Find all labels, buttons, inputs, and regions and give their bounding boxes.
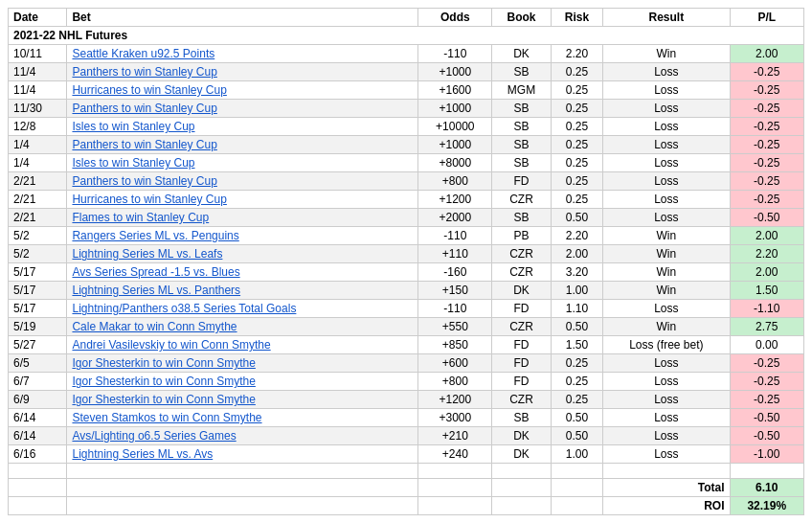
- cell-bet: Isles to win Stanley Cup: [67, 154, 418, 172]
- cell-odds: +800: [418, 172, 492, 191]
- cell-pl: 2.00: [730, 45, 803, 63]
- cell-date: 1/4: [9, 154, 67, 172]
- cell-result: Loss: [603, 118, 730, 136]
- cell-risk: 0.50: [551, 427, 602, 445]
- cell-risk: 1.00: [551, 282, 602, 300]
- cell-risk: 0.25: [551, 191, 602, 209]
- cell-odds: +1200: [418, 191, 492, 209]
- cell-book: FD: [492, 373, 551, 391]
- cell-odds: +1000: [418, 136, 492, 154]
- cell-date: 11/4: [9, 63, 67, 81]
- cell-risk: 2.20: [551, 227, 602, 245]
- cell-date: 1/4: [9, 136, 67, 154]
- cell-pl: -0.25: [730, 391, 803, 409]
- cell-odds: +110: [418, 245, 492, 263]
- cell-risk: 0.25: [551, 136, 602, 154]
- cell-pl: -1.00: [730, 445, 803, 464]
- cell-pl: -0.25: [730, 118, 803, 136]
- cell-risk: 3.20: [551, 263, 602, 282]
- cell-pl: -0.50: [730, 409, 803, 427]
- cell-odds: -110: [418, 300, 492, 318]
- cell-bet: Flames to win Stanley Cup: [67, 209, 418, 227]
- table-row: 11/4Panthers to win Stanley Cup+1000SB0.…: [9, 63, 804, 81]
- cell-result: Loss (free bet): [603, 336, 730, 354]
- cell-date: 2/21: [9, 191, 67, 209]
- table-row: 5/17Avs Series Spread -1.5 vs. Blues-160…: [9, 263, 804, 282]
- cell-bet: Lightning Series ML vs. Panthers: [67, 282, 418, 300]
- cell-bet: Lightning/Panthers o38.5 Series Total Go…: [67, 300, 418, 318]
- cell-odds: +150: [418, 282, 492, 300]
- cell-date: 6/16: [9, 445, 67, 464]
- total-value: 6.10: [730, 479, 803, 497]
- cell-book: SB: [492, 63, 551, 81]
- cell-date: 6/14: [9, 409, 67, 427]
- table-row: 11/4Hurricanes to win Stanley Cup+1600MG…: [9, 81, 804, 100]
- cell-bet: Panthers to win Stanley Cup: [67, 136, 418, 154]
- table-row: 6/7Igor Shesterkin to win Conn Smythe+80…: [9, 373, 804, 391]
- cell-result: Win: [603, 227, 730, 245]
- cell-bet: Hurricanes to win Stanley Cup: [67, 191, 418, 209]
- cell-book: PB: [492, 227, 551, 245]
- cell-bet: Rangers Series ML vs. Penguins: [67, 227, 418, 245]
- cell-pl: 0.00: [730, 336, 803, 354]
- table-row: 1/4Panthers to win Stanley Cup+1000SB0.2…: [9, 136, 804, 154]
- col-header-date: Date: [9, 9, 67, 27]
- cell-date: 6/5: [9, 354, 67, 373]
- cell-pl: 2.20: [730, 245, 803, 263]
- cell-result: Win: [603, 245, 730, 263]
- table-row: 2/21Panthers to win Stanley Cup+800FD0.2…: [9, 172, 804, 191]
- cell-pl: -0.25: [730, 373, 803, 391]
- cell-risk: 0.25: [551, 354, 602, 373]
- cell-pl: -0.25: [730, 354, 803, 373]
- cell-date: 5/19: [9, 318, 67, 336]
- table-row: 6/9Igor Shesterkin to win Conn Smythe+12…: [9, 391, 804, 409]
- cell-pl: -0.25: [730, 136, 803, 154]
- table-row: 5/2Rangers Series ML vs. Penguins-110PB2…: [9, 227, 804, 245]
- cell-date: 5/17: [9, 300, 67, 318]
- table-row: 6/14Avs/Lighting o6.5 Series Games+210DK…: [9, 427, 804, 445]
- cell-pl: 2.75: [730, 318, 803, 336]
- cell-odds: +1600: [418, 81, 492, 100]
- cell-odds: -110: [418, 227, 492, 245]
- cell-book: DK: [492, 45, 551, 63]
- table-row: 5/27Andrei Vasilevskiy to win Conn Smyth…: [9, 336, 804, 354]
- table-row: 6/16Lightning Series ML vs. Avs+240DK1.0…: [9, 445, 804, 464]
- cell-pl: -0.25: [730, 154, 803, 172]
- cell-bet: Lightning Series ML vs. Avs: [67, 445, 418, 464]
- cell-odds: +1000: [418, 63, 492, 81]
- cell-result: Win: [603, 263, 730, 282]
- cell-bet: Cale Makar to win Conn Smythe: [67, 318, 418, 336]
- cell-pl: -0.25: [730, 81, 803, 100]
- cell-bet: Andrei Vasilevskiy to win Conn Smythe: [67, 336, 418, 354]
- cell-book: FD: [492, 172, 551, 191]
- table-row: 12/8Isles to win Stanley Cup+10000SB0.25…: [9, 118, 804, 136]
- cell-date: 12/8: [9, 118, 67, 136]
- cell-odds: -110: [418, 45, 492, 63]
- cell-odds: +600: [418, 354, 492, 373]
- table-row: 5/19Cale Makar to win Conn Smythe+550CZR…: [9, 318, 804, 336]
- cell-result: Loss: [603, 172, 730, 191]
- table-row: 5/2Lightning Series ML vs. Leafs+110CZR2…: [9, 245, 804, 263]
- cell-odds: +8000: [418, 154, 492, 172]
- table-row: 6/14Steven Stamkos to win Conn Smythe+30…: [9, 409, 804, 427]
- cell-pl: 2.00: [730, 263, 803, 282]
- cell-bet: Igor Shesterkin to win Conn Smythe: [67, 391, 418, 409]
- cell-result: Win: [603, 45, 730, 63]
- roi-label: ROI: [603, 497, 730, 515]
- cell-risk: 0.25: [551, 100, 602, 118]
- total-label: Total: [603, 479, 730, 497]
- cell-risk: 1.50: [551, 336, 602, 354]
- cell-odds: +240: [418, 445, 492, 464]
- table-row: 6/5Igor Shesterkin to win Conn Smythe+60…: [9, 354, 804, 373]
- cell-book: FD: [492, 336, 551, 354]
- cell-risk: 1.10: [551, 300, 602, 318]
- cell-date: 5/27: [9, 336, 67, 354]
- cell-risk: 2.00: [551, 245, 602, 263]
- cell-date: 5/2: [9, 227, 67, 245]
- col-header-book: Book: [492, 9, 551, 27]
- cell-odds: +550: [418, 318, 492, 336]
- cell-book: SB: [492, 209, 551, 227]
- cell-date: 6/9: [9, 391, 67, 409]
- cell-result: Loss: [603, 427, 730, 445]
- cell-risk: 2.20: [551, 45, 602, 63]
